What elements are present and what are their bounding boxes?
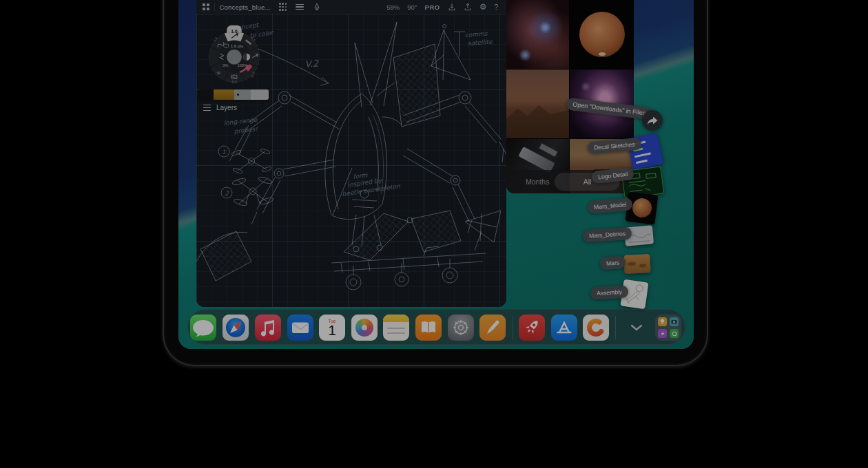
rotation-angle[interactable]: 90°	[407, 3, 417, 11]
settings-app-icon[interactable]	[448, 315, 474, 341]
photo-mars-planet[interactable]	[570, 0, 634, 69]
rocket-icon	[519, 315, 545, 341]
tool-wheel[interactable]: a 1.6 1.6 pts 0% 100% 1.3 5.5 14.5	[205, 17, 263, 84]
layers-label: Layers	[216, 104, 237, 111]
wheel-opacity-max: 100%	[238, 63, 248, 67]
drag-thumb-mars[interactable]	[623, 254, 650, 274]
ipad-screen: concept to color V.2 comms satellite lon…	[178, 0, 694, 349]
gallery-grid-icon[interactable]	[203, 3, 209, 10]
drag-item-label[interactable]: Assembly	[590, 286, 629, 300]
layers-menu-icon[interactable]	[296, 4, 304, 10]
tips-mini-icon	[658, 317, 667, 326]
app-library-icon[interactable]: ★	[655, 315, 681, 341]
dock-divider	[513, 316, 513, 339]
rocket-app-icon[interactable]	[519, 315, 545, 341]
speech-bubble-icon	[190, 315, 216, 341]
chevron-down-icon	[630, 324, 643, 331]
pen-icon	[479, 315, 506, 341]
wheel-active-size: 1.6	[231, 29, 238, 34]
tab-all: All	[583, 178, 592, 186]
camera-mini-icon	[670, 317, 679, 326]
star-mini-icon: ★	[658, 329, 667, 338]
tab-months[interactable]: Months	[526, 178, 549, 186]
pen-tool-icon[interactable]	[313, 3, 321, 11]
layers-button[interactable]: Layers	[203, 104, 237, 111]
photo-mars-landscape[interactable]	[506, 70, 569, 138]
concepts-app-icon[interactable]	[583, 315, 609, 341]
document-title[interactable]: Concepts_blue...	[220, 3, 271, 11]
wheel-size-4: 6.9	[232, 81, 237, 84]
swatch-black[interactable]	[199, 89, 214, 100]
pages-app-icon[interactable]	[479, 315, 506, 341]
wheel-stroke-size: 1.6 pts	[231, 44, 243, 48]
help-icon[interactable]: ?	[494, 3, 498, 11]
pro-badge[interactable]: PRO	[425, 3, 440, 11]
music-note-icon	[255, 315, 281, 341]
compass-icon	[223, 315, 249, 341]
timer-mini-icon	[670, 329, 679, 338]
drop-forward-arrow-icon[interactable]	[642, 110, 663, 131]
calendar-app-icon[interactable]: Tue 1	[319, 315, 345, 341]
settings-gear-icon[interactable]: ⚙	[479, 3, 487, 11]
messages-app-icon[interactable]	[190, 315, 216, 341]
calendar-day: 1	[328, 323, 336, 337]
layers-menu-icon	[203, 105, 211, 111]
gear-icon	[448, 315, 474, 341]
dock: Tue 1	[187, 309, 685, 345]
open-book-icon	[415, 315, 442, 341]
mail-app-icon[interactable]	[287, 315, 313, 341]
app-store-a-icon	[551, 315, 577, 341]
annotation-probe-num-2: 2	[225, 190, 229, 197]
concepts-toolbar: Concepts_blue... 59% 90° PRO ⚙	[196, 0, 506, 14]
stage: concept to color V.2 comms satellite lon…	[0, 0, 868, 468]
safari-app-icon[interactable]	[223, 315, 249, 341]
swatch-light[interactable]	[251, 89, 269, 100]
books-app-icon[interactable]	[415, 315, 442, 341]
notes-app-icon[interactable]	[383, 315, 409, 341]
annotation-comms-1: comms	[464, 30, 488, 39]
concepts-app-window: concept to color V.2 comms satellite lon…	[196, 0, 506, 307]
share-icon[interactable]	[464, 3, 472, 11]
precision-grid-icon[interactable]	[279, 3, 287, 10]
annotation-probes-2: probes!	[234, 125, 258, 135]
annotation-version: V.2	[304, 58, 320, 70]
music-app-icon[interactable]	[255, 315, 281, 341]
photos-flower-icon	[355, 319, 373, 337]
swatch-gold[interactable]	[214, 89, 234, 100]
dock-divider	[615, 316, 616, 339]
notes-paper-icon	[383, 315, 409, 341]
drag-item-label[interactable]: Mars	[599, 256, 626, 270]
envelope-icon	[287, 315, 313, 341]
download-icon[interactable]	[448, 3, 456, 11]
zoom-level[interactable]: 59%	[386, 3, 400, 11]
annotation-comms-2: satellite	[467, 38, 493, 47]
color-swatch-bar[interactable]	[199, 89, 269, 100]
concepts-c-icon	[583, 315, 609, 341]
swatch-gray[interactable]	[234, 89, 251, 100]
annotation-probes-1: long-range	[223, 116, 258, 127]
photos-app-window: Months All	[506, 0, 634, 193]
dock-collapse-chevron[interactable]	[623, 315, 650, 341]
wheel-opacity-min: 0%	[223, 63, 228, 67]
app-store-app-icon[interactable]	[551, 315, 577, 341]
photo-horsehead-nebula[interactable]	[506, 0, 569, 69]
annotation-probe-num-1: 1	[222, 149, 226, 156]
photos-app-icon[interactable]	[351, 315, 378, 341]
